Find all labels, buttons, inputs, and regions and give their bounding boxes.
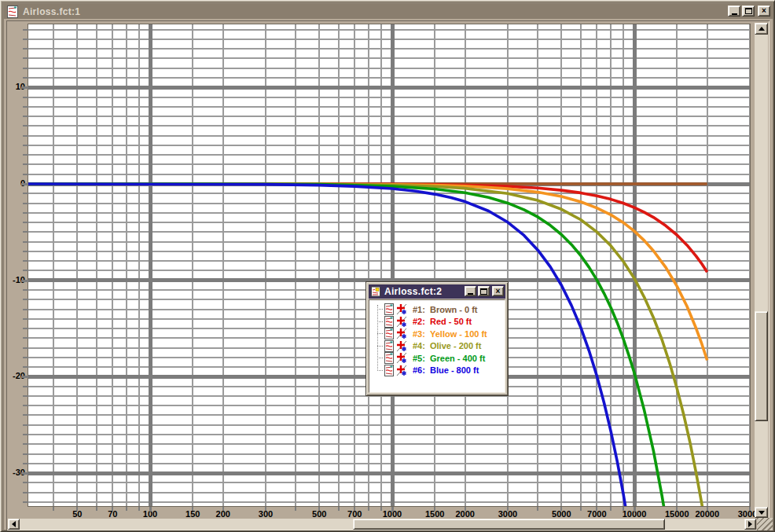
x-axis-tick — [507, 507, 509, 511]
y-axis-tick — [23, 145, 28, 146]
y-axis-tick — [23, 443, 28, 445]
legend-close-button[interactable]: × — [492, 286, 504, 296]
y-axis-tick — [23, 222, 28, 223]
vertical-scrollbar[interactable] — [755, 23, 768, 518]
y-axis-tick — [21, 183, 28, 185]
y-axis-tick — [23, 77, 28, 79]
y-axis-tick — [23, 405, 28, 406]
legend-item-number: #6: — [413, 365, 430, 375]
legend-maximize-button[interactable] — [478, 286, 490, 296]
legend-item-label: Red - 50 ft — [430, 317, 472, 326]
x-axis-tick — [338, 507, 340, 511]
x-axis-tick — [368, 507, 369, 511]
y-axis-tick — [23, 106, 28, 108]
legend-item-label: Blue - 800 ft — [430, 365, 479, 375]
tree-branch — [377, 358, 383, 358]
legend-document-icon — [370, 286, 381, 297]
y-axis-tick — [23, 434, 28, 435]
y-axis-tick — [23, 414, 28, 416]
y-axis-tick — [23, 357, 28, 358]
legend-item[interactable]: #5: Green - 400 ft — [369, 352, 505, 365]
scroll-right-button[interactable] — [744, 519, 756, 530]
x-axis-tick — [380, 507, 382, 511]
legend-item-label: Olive - 200 ft — [430, 341, 481, 350]
scroll-left-icon — [12, 521, 16, 527]
y-axis-tick — [23, 193, 28, 194]
legend-titlebar[interactable]: Airloss.fct:2 × — [369, 284, 505, 299]
legend-item-number: #3: — [413, 329, 430, 339]
y-axis-tick — [23, 482, 28, 483]
y-axis-tick — [23, 492, 28, 493]
maximize-icon — [480, 288, 487, 295]
plus-star-icon[interactable] — [395, 328, 408, 339]
x-axis-tick — [76, 507, 78, 511]
x-axis-tick — [634, 507, 636, 512]
y-axis-tick — [23, 337, 28, 339]
function-doc-icon[interactable] — [383, 352, 395, 364]
legend-item-number: #2: — [413, 317, 430, 326]
resize-grip[interactable] — [757, 518, 773, 530]
minimize-icon — [732, 13, 737, 15]
horizontal-scroll-thumb[interactable] — [353, 519, 665, 530]
plus-star-icon[interactable] — [395, 303, 408, 315]
legend-item[interactable]: #3: Yellow - 100 ft — [369, 328, 505, 340]
y-axis-tick — [23, 68, 28, 69]
vertical-scroll-thumb[interactable] — [755, 311, 768, 421]
horizontal-scrollbar[interactable] — [8, 519, 756, 530]
plus-star-icon[interactable] — [395, 316, 408, 328]
plus-star-icon[interactable] — [395, 340, 408, 352]
x-axis-tick — [465, 507, 466, 511]
y-axis-tick — [23, 453, 28, 455]
y-axis-tick — [23, 501, 28, 503]
legend-item[interactable]: #2: Red - 50 ft — [369, 316, 505, 328]
legend-item[interactable]: #6: Blue - 800 ft — [369, 365, 505, 377]
scroll-down-icon — [758, 511, 765, 515]
tree-branch — [377, 333, 383, 334]
close-icon: × — [496, 288, 501, 295]
x-axis-tick — [707, 507, 708, 511]
function-document-icon — [6, 6, 19, 18]
maximize-icon — [745, 8, 752, 14]
x-axis-tick — [560, 507, 562, 511]
maximize-button[interactable] — [742, 6, 755, 17]
function-doc-icon[interactable] — [383, 340, 395, 352]
function-doc-icon[interactable] — [383, 303, 395, 315]
y-axis-tick — [23, 270, 28, 271]
y-axis-tick — [21, 280, 28, 282]
x-axis-tick — [391, 507, 394, 512]
legend-minimize-button[interactable] — [465, 286, 476, 296]
scroll-up-button[interactable] — [755, 23, 768, 35]
y-axis-tick — [23, 309, 28, 310]
x-axis-tick — [610, 507, 612, 511]
y-axis-tick — [23, 251, 28, 252]
y-axis-tick — [23, 463, 28, 464]
minimize-button[interactable] — [728, 6, 740, 17]
tree-branch — [377, 309, 383, 310]
app-window: Airloss.fct:1 × 100-10-20-30 50701001502… — [0, 0, 775, 532]
x-axis-tick — [295, 507, 296, 511]
y-axis-tick — [23, 241, 28, 243]
close-button[interactable]: × — [758, 6, 770, 17]
scroll-up-icon — [758, 27, 765, 31]
function-doc-icon[interactable] — [383, 328, 395, 339]
y-axis-tick — [21, 472, 28, 475]
y-axis-tick — [23, 328, 28, 329]
y-axis-tick — [23, 395, 28, 397]
tree-branch — [377, 321, 383, 322]
plus-star-icon[interactable] — [395, 365, 408, 376]
scroll-left-button[interactable] — [8, 519, 20, 530]
x-axis-tick — [112, 507, 113, 511]
legend-window[interactable]: Airloss.fct:2 × #1: Brown - 0 ft — [365, 281, 509, 396]
x-axis-tick — [318, 507, 320, 511]
main-titlebar[interactable]: Airloss.fct:1 × — [4, 4, 773, 19]
legend-item[interactable]: #1: Brown - 0 ft — [369, 303, 505, 316]
minimize-icon — [468, 293, 473, 295]
tree-branch — [377, 370, 383, 371]
scroll-down-button[interactable] — [755, 507, 768, 518]
plus-star-icon[interactable] — [395, 352, 408, 364]
function-doc-icon[interactable] — [383, 316, 395, 328]
x-axis-tick — [596, 507, 597, 511]
legend-item[interactable]: #4: Olive - 200 ft — [369, 340, 505, 353]
window-title: Airloss.fct:1 — [23, 6, 80, 17]
function-doc-icon[interactable] — [383, 365, 395, 376]
